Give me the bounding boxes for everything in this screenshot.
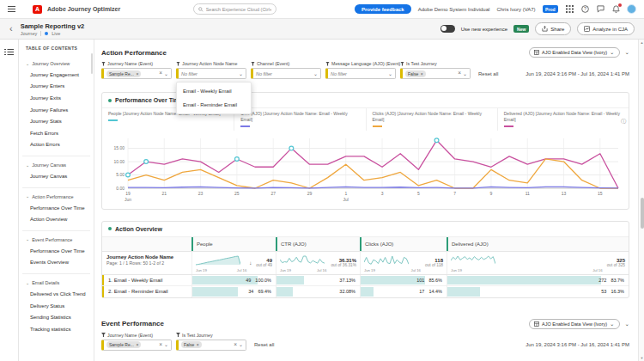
filter-clear-icon[interactable]: × [234, 342, 237, 348]
provide-feedback-button[interactable]: Provide feedback [355, 4, 411, 14]
back-button[interactable]: ‹ [9, 24, 13, 34]
toc-item-events-overview[interactable]: Events Overview [22, 257, 90, 269]
filter-chip[interactable]: False× [181, 341, 202, 348]
legend-item[interactable]: Clicks (AJO) [Journey Action Node Name: … [366, 108, 497, 131]
toc-header: TABLE OF CONTENTS [19, 46, 94, 51]
filter-placeholder: No filter [256, 71, 272, 76]
toc-item-journey-stats[interactable]: Journey Stats [22, 115, 90, 127]
chevron-down-icon[interactable]: ⌄ [463, 71, 467, 76]
table-row[interactable]: 1. Email - Weekly Email49100.0%37.13%101… [102, 275, 629, 286]
chip-remove-icon[interactable]: × [136, 342, 138, 347]
total-out-of: out of 325 [607, 263, 625, 267]
toc-item-tracking-statistics[interactable]: Tracking statistics [22, 323, 90, 335]
filter-input[interactable]: No filter⌄ [176, 68, 246, 79]
filter-chip[interactable]: False× [405, 70, 426, 77]
filter-input[interactable]: Sample Re...××⌄ [101, 340, 172, 351]
chevron-down-icon[interactable]: ⌄ [313, 71, 318, 76]
legend-item[interactable]: Delivered (AJO) [Journey Action Node Nam… [497, 108, 629, 131]
dropdown-option[interactable]: Email - Reminder Email [177, 98, 251, 112]
data-view-selector[interactable]: AJO Enabled Data View (Ivory) ⌄ [529, 47, 619, 58]
dropdown-option[interactable]: Email - Weekly Email [177, 84, 251, 98]
chevron-down-icon: ⌄ [26, 194, 29, 199]
svg-text:10.00: 10.00 [113, 158, 125, 163]
column-header-people[interactable]: People [191, 237, 276, 251]
chip-remove-icon[interactable]: × [136, 71, 138, 76]
toc-item-delivered-vs-click-trend[interactable]: Delivered vs Click Trend [22, 288, 90, 300]
sort-descending-icon[interactable]: ↓ [249, 260, 252, 266]
line-chart[interactable]: 0.005.0010.0015.001921232527291357911131… [102, 131, 629, 209]
filter-input[interactable]: Sample Re...××⌄ [101, 68, 172, 79]
toc-item-fetch-errors[interactable]: Fetch Errors [22, 127, 90, 139]
column-header-ctr[interactable]: CTR (AJO) [276, 237, 360, 251]
chip-remove-icon[interactable]: × [197, 342, 199, 347]
scroll-down-arrow[interactable]: ▼ [639, 356, 644, 360]
table-row[interactable]: 2. Email - Reminder Email3469.4%32.08%17… [102, 286, 629, 297]
filter-input[interactable]: No filter⌄ [325, 68, 396, 79]
cell-value: 272 [598, 278, 606, 283]
toc-item-performance-over-time[interactable]: Performance Over Time [22, 245, 90, 257]
reset-all-filters-link[interactable]: Reset all [478, 71, 498, 76]
legend-item[interactable]: CTR (AJO) [Journey Action Node Name: Ema… [234, 108, 365, 131]
share-button[interactable]: Share [535, 22, 571, 35]
toc-scrollbar[interactable] [91, 53, 93, 74]
chevron-down-icon[interactable]: ⌄ [388, 71, 392, 76]
toc-item-sending-statistics[interactable]: Sending Statistics [22, 311, 90, 323]
filter-clear-icon[interactable]: × [159, 342, 162, 348]
toc-item-journey-engagement[interactable]: Journey Engagement [22, 69, 90, 81]
chevron-down-icon[interactable]: ⌄ [239, 71, 243, 76]
filter-chip[interactable]: Sample Re...× [106, 70, 141, 77]
toc-group-email-details[interactable]: ⌄Email Details [22, 278, 90, 288]
metric-cell: 37.13% [276, 275, 360, 285]
toc-item-journey-exits[interactable]: Journey Exits [22, 92, 90, 104]
info-icon[interactable]: ⓘ [621, 119, 626, 124]
app-switcher-icon[interactable] [565, 5, 574, 14]
filter-label: Channel (Event) [251, 61, 321, 66]
notifications-bell-icon[interactable] [611, 5, 620, 14]
filter-clear-icon[interactable]: × [159, 70, 162, 76]
reset-all-filters-link[interactable]: Reset all [254, 342, 274, 347]
collapse-section-icon[interactable]: ⌄ [625, 49, 629, 56]
search-input[interactable]: Search Experience Cloud (Ctrl+/) [193, 3, 276, 15]
toc-item-action-errors[interactable]: Action Errors [22, 139, 90, 151]
svg-text:3: 3 [381, 191, 384, 196]
analyze-in-cja-button[interactable]: Analyze in CJA [577, 22, 635, 35]
sparkline: Jun 19Jul 16 [451, 254, 603, 272]
scrollbar-thumb[interactable] [641, 198, 644, 229]
summary-total: 325out of 325 [607, 258, 625, 267]
chevron-down-icon[interactable]: ⌄ [164, 342, 168, 347]
toc-toggle-icon[interactable] [4, 46, 14, 361]
user-avatar[interactable] [627, 4, 636, 14]
data-view-selector[interactable]: AJO Enabled Data View (Ivory) ⌄ [529, 319, 619, 329]
sandbox-switcher[interactable]: Chris Ivory (VA7) [496, 7, 535, 12]
summary-total: 118out of 118 [425, 258, 443, 267]
toc-group-event-performance[interactable]: ⌄Event Performance [22, 235, 90, 245]
app-menu-icon[interactable] [8, 6, 15, 12]
toc-group-action-performance[interactable]: ⌄Action Performance [22, 192, 90, 202]
svg-text:?: ? [584, 6, 586, 11]
scroll-up-arrow[interactable]: ▲ [639, 40, 644, 45]
help-icon[interactable]: ? [580, 5, 589, 14]
use-new-experience-toggle[interactable] [440, 25, 455, 33]
filter-input[interactable]: False××⌄ [400, 68, 471, 79]
chip-remove-icon[interactable]: × [421, 71, 423, 76]
filter-clear-icon[interactable]: × [458, 70, 461, 76]
toc-item-performance-over-time[interactable]: Performance Over Time [22, 202, 90, 214]
column-header-delivered[interactable]: Delivered (AJO) [447, 237, 629, 251]
vertical-scrollbar[interactable]: ▲ ▼ [638, 40, 644, 361]
org-switcher[interactable]: Adobe Demo System Individual [418, 7, 490, 12]
toc-item-journey-canvas[interactable]: Journey Canvas [22, 170, 90, 182]
filter-chip[interactable]: Sample Re...× [106, 341, 141, 348]
toc-group-journey-overview[interactable]: ⌄Journey Overview [22, 58, 90, 69]
chevron-down-icon[interactable]: ⌄ [239, 342, 243, 347]
toc-item-journey-failures[interactable]: Journey Failures [22, 104, 90, 116]
collapse-section-icon[interactable]: ⌄ [625, 321, 629, 327]
feedback-chat-icon[interactable] [596, 5, 605, 14]
filter-input[interactable]: False××⌄ [176, 340, 246, 351]
toc-item-journey-enters[interactable]: Journey Enters [22, 81, 90, 93]
toc-group-journey-canvas[interactable]: ⌄Journey Canvas [22, 160, 90, 170]
filter-input[interactable]: No filter⌄ [251, 68, 321, 79]
toc-item-delivery-status[interactable]: Delivery Status [22, 300, 90, 312]
toc-item-action-overview[interactable]: Action Overview [22, 213, 90, 225]
chevron-down-icon[interactable]: ⌄ [164, 71, 168, 76]
column-header-clicks[interactable]: Clicks (AJO) [360, 237, 447, 251]
